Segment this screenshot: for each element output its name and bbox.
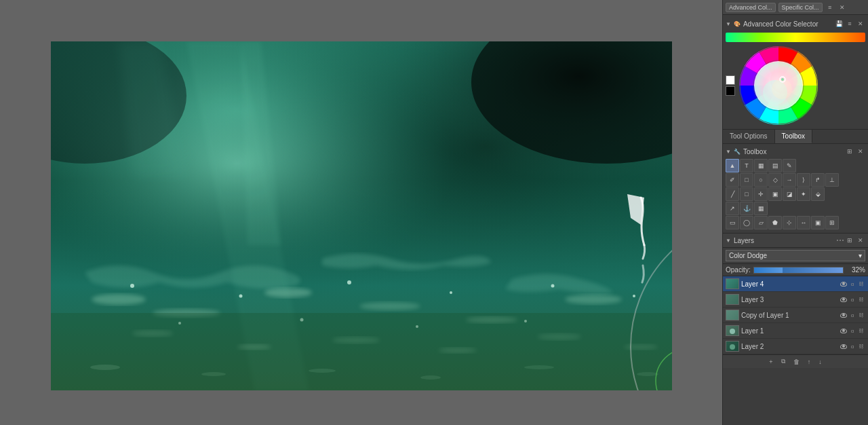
- color-selector-close-btn[interactable]: ✕: [856, 19, 865, 29]
- layer-add-btn[interactable]: +: [767, 358, 774, 366]
- svg-point-30: [347, 280, 351, 284]
- layer-alpha-lock-2[interactable]: α: [848, 311, 856, 319]
- collapse-arrow[interactable]: ▼: [726, 21, 731, 27]
- layers-close-btn[interactable]: ✕: [856, 236, 865, 245]
- layer-link-3[interactable]: ⛓: [857, 327, 865, 335]
- tool-anchor[interactable]: ⚓: [740, 202, 753, 215]
- tool-perp[interactable]: ⊥: [825, 173, 839, 187]
- color-selector-save-btn[interactable]: 💾: [834, 19, 844, 29]
- opacity-slider[interactable]: [753, 267, 844, 274]
- tab-tool-options[interactable]: Tool Options: [723, 130, 775, 143]
- tool-half-rect[interactable]: ◪: [783, 187, 796, 201]
- tool-pencil[interactable]: ✎: [783, 159, 796, 172]
- layer-name-0: Layer 4: [741, 280, 837, 288]
- panel-menu-btn[interactable]: ≡: [825, 3, 835, 12]
- tool-resize[interactable]: ↔: [797, 216, 810, 229]
- layer-row-2[interactable]: Copy of Layer 1 α ⛓: [723, 308, 868, 323]
- layer-copy-btn[interactable]: ⧉: [779, 357, 787, 366]
- blend-mode-value: Color Dodge: [729, 252, 767, 259]
- tool-table[interactable]: ▦: [754, 202, 768, 215]
- layer-up-btn[interactable]: ↑: [806, 358, 813, 366]
- tools-row-4: ↗ ⚓ ▦: [726, 202, 865, 215]
- opacity-value: 32%: [846, 266, 865, 274]
- layer-alpha-lock-4[interactable]: α: [848, 342, 856, 350]
- layer-thumb-1: [726, 294, 739, 305]
- tool-path[interactable]: ↱: [811, 173, 825, 187]
- svg-point-15: [565, 295, 622, 304]
- tool-brush[interactable]: ✐: [726, 173, 739, 187]
- layer-link-1[interactable]: ⛓: [857, 295, 865, 303]
- tool-rect2[interactable]: □: [740, 187, 753, 201]
- layer-row-0[interactable]: Layer 4 α ⛓: [723, 276, 868, 292]
- layer-alpha-lock-1[interactable]: α: [848, 295, 856, 303]
- canvas-image[interactable]: [51, 41, 672, 390]
- tools-row-3: ╱ □ ✛ ▣ ◪ ✦ ⬙: [726, 187, 865, 201]
- layers-collapse-arrow[interactable]: ▼: [726, 238, 731, 244]
- tool-circle[interactable]: ○: [754, 173, 768, 187]
- tool-select[interactable]: ▲: [726, 159, 739, 172]
- tool-slant[interactable]: ▱: [754, 216, 768, 229]
- color-swatches: [726, 75, 735, 96]
- tool-cross[interactable]: ✛: [754, 187, 768, 201]
- blend-mode-select[interactable]: Color Dodge ▾: [726, 250, 865, 261]
- tool-diamond[interactable]: ◇: [768, 173, 782, 187]
- toolbox-close-btn[interactable]: ✕: [856, 147, 865, 156]
- color-selector-header: ▼ 🎨 Advanced Color Selector 💾 ≡ ✕: [726, 18, 865, 30]
- tool-dotted-rect[interactable]: ▣: [768, 187, 782, 201]
- eye-icon-3: [840, 329, 847, 333]
- layer-visibility-3[interactable]: [840, 327, 848, 335]
- tool-ellipse[interactable]: ◯: [740, 216, 753, 229]
- toolbox-expand-btn[interactable]: ⊞: [845, 147, 854, 156]
- tool-text[interactable]: T: [740, 159, 753, 172]
- tool-plus[interactable]: ⊹: [783, 216, 796, 229]
- tool-arrow-r[interactable]: →: [783, 173, 796, 187]
- layer-delete-btn[interactable]: 🗑: [791, 358, 802, 366]
- layer-link-2[interactable]: ⛓: [857, 311, 865, 319]
- tab-toolbox[interactable]: Toolbox: [775, 130, 812, 143]
- tool-grid1[interactable]: ▦: [754, 159, 768, 172]
- layer-thumb-2: [726, 310, 739, 320]
- layer-name-2: Copy of Layer 1: [741, 312, 837, 319]
- white-swatch[interactable]: [726, 75, 735, 85]
- tool-rect[interactable]: □: [740, 173, 753, 187]
- color-wheel-container: [726, 45, 865, 126]
- layer-visibility-4[interactable]: [840, 342, 848, 350]
- color-wheel[interactable]: [738, 45, 819, 126]
- layer-row-4[interactable]: Layer 2 α ⛓: [723, 339, 868, 354]
- tool-angle[interactable]: ⟩: [797, 173, 810, 187]
- layer-color-dot-4: [730, 344, 735, 350]
- layer-color-dot-3: [730, 329, 735, 334]
- specific-color-btn[interactable]: Specific Col...: [778, 3, 823, 12]
- layer-visibility-0[interactable]: [840, 280, 848, 288]
- layer-visibility-1[interactable]: [840, 295, 848, 303]
- layers-bottom-bar: + ⧉ 🗑 ↑ ↓: [723, 354, 868, 368]
- opacity-label: Opacity:: [726, 266, 751, 274]
- tool-fill[interactable]: ⬙: [811, 187, 825, 201]
- tool-diagonal[interactable]: ↗: [726, 202, 739, 215]
- tool-hex[interactable]: ⬟: [768, 216, 782, 229]
- layer-row-3[interactable]: Layer 1 α ⛓: [723, 323, 868, 339]
- layer-icons-3: α ⛓: [840, 327, 865, 335]
- layer-alpha-lock-3[interactable]: α: [848, 327, 856, 335]
- black-swatch[interactable]: [726, 86, 735, 96]
- layer-name-3: Layer 1: [741, 327, 837, 335]
- tool-checkerboard[interactable]: ▣: [811, 216, 825, 229]
- layer-link-0[interactable]: ⛓: [857, 280, 865, 288]
- layer-alpha-lock-0[interactable]: α: [848, 280, 856, 288]
- layer-visibility-2[interactable]: [840, 311, 848, 319]
- toolbox-collapse-arrow[interactable]: ▼: [726, 149, 731, 155]
- gradient-bar[interactable]: [726, 33, 865, 42]
- tool-grid3[interactable]: ⊞: [825, 216, 839, 229]
- layer-row-1[interactable]: Layer 3 α ⛓: [723, 292, 868, 308]
- tool-hrect[interactable]: ▭: [726, 216, 739, 229]
- tool-line[interactable]: ╱: [726, 187, 739, 201]
- layers-expand-btn[interactable]: ⊞: [845, 236, 854, 245]
- color-selector-menu-btn[interactable]: ≡: [845, 19, 854, 29]
- svg-point-29: [239, 295, 242, 298]
- layer-link-4[interactable]: ⛓: [857, 342, 865, 350]
- tool-star[interactable]: ✦: [797, 187, 810, 201]
- layer-down-btn[interactable]: ↓: [816, 358, 824, 366]
- advanced-color-btn[interactable]: Advanced Col...: [726, 3, 776, 12]
- tool-grid2[interactable]: ▤: [768, 159, 782, 172]
- panel-close-btn[interactable]: ✕: [837, 3, 847, 12]
